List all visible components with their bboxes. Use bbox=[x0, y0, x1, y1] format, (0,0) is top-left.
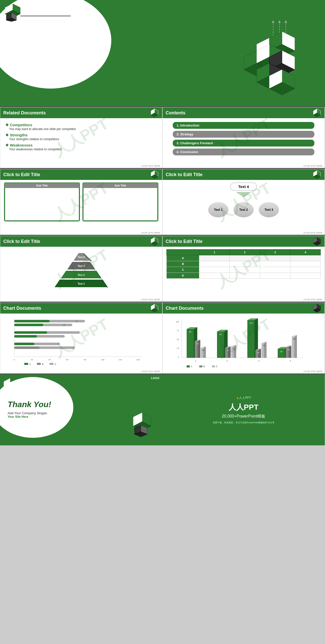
svg-text:3: 3 bbox=[258, 360, 259, 362]
logo-cube-hero bbox=[3, 3, 23, 23]
cell-a3 bbox=[260, 255, 290, 261]
svg-rect-74 bbox=[14, 324, 43, 326]
site-here-6: YOUR SITE HERE bbox=[141, 298, 160, 301]
cell-c4 bbox=[290, 267, 321, 273]
slide5-cube-icon bbox=[312, 170, 321, 179]
related-docs-cube-icon bbox=[150, 108, 159, 117]
strengths-desc: Your strengths relative to competitors bbox=[9, 137, 157, 141]
svg-text:50: 50 bbox=[177, 338, 179, 341]
slide-table: Click to Edit Title 1 2 3 4 bbox=[162, 236, 325, 302]
competitors-desc: You may want to allocate one slide per c… bbox=[9, 127, 157, 131]
related-docs-content: ❖Competitors You may want to allocate on… bbox=[0, 118, 162, 154]
svg-text:40: 40 bbox=[49, 359, 51, 361]
competitors-item: ❖Competitors You may want to allocate on… bbox=[5, 123, 157, 131]
svg-text:20: 20 bbox=[31, 359, 33, 361]
svg-rect-160 bbox=[212, 365, 215, 367]
svg-text:30: 30 bbox=[202, 349, 205, 351]
cell-d3 bbox=[260, 273, 290, 279]
barchart-body: 0 20 40 60 80 100 120 140 A B bbox=[0, 314, 162, 370]
weaknesses-desc: Your weaknesses relative to competitor bbox=[9, 148, 157, 151]
svg-text:120: 120 bbox=[119, 359, 122, 361]
svg-rect-83 bbox=[14, 346, 39, 349]
svg-text:Text 3: Text 3 bbox=[78, 265, 85, 267]
svg-text:23: 23 bbox=[257, 351, 259, 354]
renren-brand-logo: ▲人人PPT bbox=[236, 396, 251, 400]
svg-rect-71 bbox=[14, 320, 50, 322]
text4-area: Text 4 Text 1 Text 2 Text 3 bbox=[163, 180, 324, 220]
svg-text:1: 1 bbox=[195, 360, 196, 362]
contents-list: 1. Introduction 2. Strategy 3. Challenge… bbox=[163, 118, 324, 159]
site-here-5: YOUR SITE HERE bbox=[303, 232, 322, 234]
renren-desc: 免费下载，持续更新，专注于优质PowerPoint模板制作与分享 bbox=[213, 421, 274, 424]
svg-text:50: 50 bbox=[197, 343, 199, 345]
contents-title: Contents bbox=[166, 110, 185, 116]
hero-cube-group bbox=[242, 18, 317, 106]
cell-b2 bbox=[230, 261, 260, 267]
text4-pill: Text 4 bbox=[230, 182, 257, 191]
svg-text:2: 2 bbox=[226, 360, 228, 362]
svg-rect-158 bbox=[199, 365, 202, 367]
cell-a2 bbox=[230, 255, 260, 261]
svg-text:75: 75 bbox=[177, 329, 179, 332]
row-label-a: A bbox=[167, 255, 199, 261]
cell-b4 bbox=[290, 261, 321, 267]
slide8-title: Chart Documents bbox=[3, 306, 41, 311]
slide4-title: Click to Edit Title bbox=[3, 172, 40, 177]
table-row-b: B bbox=[167, 261, 321, 267]
cell-a1 bbox=[199, 255, 230, 261]
cell-b3 bbox=[260, 261, 290, 267]
slide6-title: Click to Edit Title bbox=[3, 239, 40, 244]
pyramid-svg: Text 4 Text 3 Text 2 Text 1 bbox=[46, 251, 117, 296]
subtitle-content-2 bbox=[83, 188, 158, 221]
subtitle-boxes: Sub Title Sub Title bbox=[0, 180, 162, 224]
slide-pyramid: Click to Edit Title Text 4 Text 3 Text 2 bbox=[0, 236, 162, 302]
weaknesses-item: ❖Weaknesses Your weaknesses relative to … bbox=[5, 143, 157, 151]
subtitle-box-2: Sub Title bbox=[82, 182, 158, 221]
svg-rect-84 bbox=[24, 363, 28, 365]
slide6-cube-icon bbox=[150, 237, 159, 246]
table-row-c: C bbox=[167, 267, 321, 273]
svg-rect-104 bbox=[187, 329, 194, 358]
svg-marker-114 bbox=[203, 346, 206, 358]
svg-text:B: B bbox=[203, 365, 205, 368]
site-here-7: YOUR SITE HERE bbox=[303, 298, 322, 301]
cell-d2 bbox=[230, 273, 260, 279]
table-row-a: A bbox=[167, 255, 321, 261]
slide-contents: Contents 1. Introduction 2. Strategy 3. … bbox=[162, 107, 325, 168]
slide-subtitles: Click to Edit Title Sub Title Sub Title … bbox=[0, 169, 162, 235]
svg-text:B: B bbox=[42, 363, 44, 365]
row-label-d: D bbox=[167, 273, 199, 279]
logo-label: LOGO bbox=[151, 377, 159, 380]
svg-marker-127 bbox=[234, 345, 236, 358]
text-circles-row: Text 1 Text 2 Text 3 bbox=[208, 202, 279, 217]
svg-text:C: C bbox=[216, 365, 218, 368]
weaknesses-title: ❖Weaknesses bbox=[5, 143, 157, 148]
svg-text:Text 2: Text 2 bbox=[78, 274, 85, 276]
svg-text:80: 80 bbox=[220, 333, 222, 336]
svg-text:100: 100 bbox=[101, 359, 104, 361]
slide8-header: Chart Documents bbox=[0, 303, 162, 314]
competitors-title: ❖Competitors bbox=[5, 123, 157, 127]
triangle-arrow bbox=[236, 192, 251, 197]
strengths-item: ❖Strengths Your strengths relative to co… bbox=[5, 133, 157, 141]
slide4-cube-icon bbox=[150, 170, 159, 179]
slide8-cube-icon bbox=[150, 304, 159, 313]
slide5-header: Click to Edit Title bbox=[163, 169, 324, 180]
svg-rect-81 bbox=[14, 343, 34, 345]
row-label-b: B bbox=[167, 261, 199, 267]
row-5: Chart Documents 0 20 40 60 80 100 120 14… bbox=[0, 303, 325, 373]
svg-text:C: C bbox=[55, 363, 56, 365]
thankyou-cube-bottom bbox=[129, 411, 155, 443]
subtitle-box-1: Sub Title bbox=[4, 182, 80, 221]
slide-renren: ▲人人PPT 人人PPT 20,000+PowerPoint模板 免费下载，持续… bbox=[162, 375, 325, 445]
columnchart-body: 0 25 50 75 100 88 bbox=[163, 314, 324, 373]
row-label-c: C bbox=[167, 267, 199, 273]
column-chart: 0 25 50 75 100 88 bbox=[166, 316, 313, 369]
thank-you-heading: Thank You! bbox=[8, 400, 51, 409]
slide-thankyou: LOGO Thank You! Add Your Company Slogan … bbox=[0, 375, 162, 445]
slide9-header: Chart Documents bbox=[163, 303, 324, 314]
table-header-col3: 3 bbox=[260, 250, 290, 255]
svg-text:B: B bbox=[63, 324, 65, 326]
renren-heading: 人人PPT bbox=[229, 402, 258, 412]
svg-text:Text 1: Text 1 bbox=[78, 282, 85, 285]
